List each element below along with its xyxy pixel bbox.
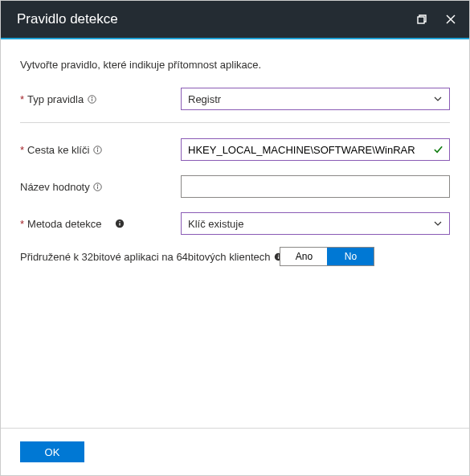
- dialog-content: Vytvořte pravidlo, které indikuje přítom…: [1, 39, 469, 274]
- info-icon[interactable]: [92, 145, 102, 154]
- assoc-label-text: Přidružené k 32bitové aplikaci na 64bito…: [20, 251, 270, 263]
- dialog-subtitle: Vytvořte pravidlo, které indikuje přítom…: [20, 59, 450, 71]
- method-select[interactable]: Klíč existuje: [181, 212, 450, 235]
- restore-icon[interactable]: [415, 12, 429, 27]
- toggle-yes-button[interactable]: Ano: [280, 248, 327, 265]
- dialog-header: Pravidlo detekce: [1, 1, 469, 39]
- value-name-label: Název hodnoty: [20, 181, 181, 193]
- check-icon: [433, 145, 443, 155]
- dialog-title: Pravidlo detekce: [17, 11, 118, 27]
- svg-point-14: [119, 221, 120, 222]
- assoc-label: Přidružené k 32bitové aplikaci na 64bito…: [20, 251, 283, 263]
- rule-type-value: Registr: [188, 93, 221, 105]
- rule-type-label: * Typ pravidla: [20, 93, 181, 105]
- rule-type-row: * Typ pravidla Registr: [20, 85, 450, 113]
- key-path-row: * Cesta ke klíči: [20, 136, 450, 163]
- key-path-label-text: Cesta ke klíči: [27, 144, 89, 156]
- svg-point-8: [97, 147, 98, 148]
- divider: [20, 122, 450, 123]
- key-path-input[interactable]: [181, 138, 450, 161]
- close-icon[interactable]: [443, 12, 458, 27]
- method-row: * Metoda detekce Klíč existuje: [20, 210, 450, 237]
- required-indicator: *: [20, 93, 24, 105]
- method-label-text: Metoda detekce: [27, 218, 102, 230]
- required-indicator: *: [20, 218, 24, 230]
- assoc-row: Přidružené k 32bitové aplikaci na 64bito…: [20, 247, 450, 266]
- value-name-input[interactable]: [181, 175, 450, 198]
- svg-rect-0: [418, 17, 424, 23]
- toggle-no-button[interactable]: No: [327, 248, 374, 265]
- method-value: Klíč existuje: [188, 218, 243, 230]
- value-name-label-text: Název hodnoty: [20, 181, 90, 193]
- key-path-label: * Cesta ke klíči: [20, 144, 181, 156]
- chevron-down-icon: [433, 219, 443, 228]
- ok-button[interactable]: OK: [20, 441, 84, 462]
- info-icon[interactable]: [93, 182, 103, 191]
- method-label: * Metoda detekce: [20, 218, 181, 230]
- value-name-row: Název hodnoty: [20, 173, 450, 200]
- rule-type-select[interactable]: Registr: [181, 88, 450, 110]
- dialog-footer: OK: [1, 428, 469, 475]
- svg-point-17: [278, 254, 279, 255]
- chevron-down-icon: [433, 94, 443, 104]
- assoc-toggle: Ano No: [280, 247, 374, 266]
- header-actions: [415, 12, 458, 27]
- required-indicator: *: [20, 144, 24, 156]
- info-icon[interactable]: [87, 94, 96, 104]
- rule-type-label-text: Typ pravidla: [27, 93, 84, 105]
- svg-point-11: [97, 184, 98, 185]
- svg-point-5: [92, 96, 92, 97]
- info-icon[interactable]: [115, 219, 125, 228]
